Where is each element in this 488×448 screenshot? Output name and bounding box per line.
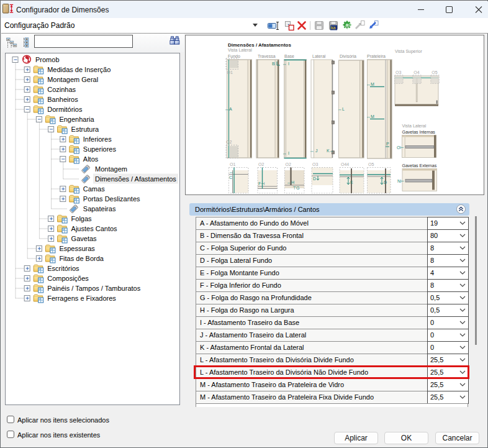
svg-text:Gavetas Internas: Gavetas Internas xyxy=(402,130,436,134)
svg-text:Vista Lateral: Vista Lateral xyxy=(228,48,252,52)
svg-text:O5: O5 xyxy=(368,162,374,167)
svg-text:D: D xyxy=(313,176,316,181)
svg-text:Inferiores: Inferiores xyxy=(83,135,112,143)
svg-text:Medidas de Inserção: Medidas de Inserção xyxy=(47,66,111,73)
svg-text:Portas Deslizantes: Portas Deslizantes xyxy=(83,195,140,203)
svg-text:O5: O5 xyxy=(432,70,437,75)
svg-text:Fitas de Borda: Fitas de Borda xyxy=(59,255,104,262)
svg-text:↔M: ↔M xyxy=(366,114,374,119)
svg-text:↔L: ↔L xyxy=(338,107,345,111)
svg-text:Base: Base xyxy=(284,54,294,58)
svg-text:Folgas: Folgas xyxy=(71,215,93,222)
svg-text:Divisória: Divisória xyxy=(340,54,356,58)
svg-text:Fundo: Fundo xyxy=(228,54,240,58)
svg-text:O2: O2 xyxy=(286,162,291,167)
svg-text:Composições: Composições xyxy=(47,275,89,282)
svg-text:E: E xyxy=(350,180,353,185)
svg-text:Painéis / Tampos / Tamburatos: Painéis / Tampos / Tamburatos xyxy=(47,285,141,292)
svg-text:Vista Superior: Vista Superior xyxy=(395,49,423,54)
svg-text:Cozinhas: Cozinhas xyxy=(47,86,76,93)
svg-text:O2: O2 xyxy=(258,162,264,167)
svg-text:O1: O1 xyxy=(227,70,233,75)
svg-text:↔ J: ↔ J xyxy=(310,149,317,153)
svg-text:↔M: ↔M xyxy=(366,82,374,86)
svg-text:↔A: ↔A xyxy=(225,107,232,111)
svg-text:O⊢: O⊢ xyxy=(397,145,404,150)
svg-text:B: B xyxy=(272,62,275,66)
svg-text:Banheiros: Banheiros xyxy=(47,96,78,103)
svg-text:Lateral: Lateral xyxy=(312,54,326,58)
svg-text:Espessuras: Espessuras xyxy=(59,245,95,252)
svg-text:Gavetas: Gavetas xyxy=(71,235,97,242)
svg-text:O1: O1 xyxy=(230,162,235,167)
svg-text:Engenharia: Engenharia xyxy=(59,116,94,123)
svg-text:Estrutura: Estrutura xyxy=(71,126,100,133)
svg-text:Superiores: Superiores xyxy=(83,145,117,153)
svg-text:Sapateiras: Sapateiras xyxy=(83,205,116,213)
svg-text:Dimensões / Afastamentos: Dimensões / Afastamentos xyxy=(228,42,292,48)
svg-text:O2: O2 xyxy=(226,140,232,144)
svg-text:↔H: ↔H xyxy=(287,180,294,185)
svg-text:Altos: Altos xyxy=(83,155,99,163)
svg-text:↔ I: ↔ I xyxy=(282,62,289,66)
svg-text:O3: O3 xyxy=(312,162,318,167)
svg-text:Vista Lateral: Vista Lateral xyxy=(402,124,427,128)
svg-text:Ajustes Cantos: Ajustes Cantos xyxy=(71,225,117,232)
svg-text:Escritórios: Escritórios xyxy=(47,265,79,272)
svg-text:↔ I: ↔ I xyxy=(282,151,289,155)
svg-text:F⊣: F⊣ xyxy=(258,181,264,186)
svg-text:Travessa: Travessa xyxy=(258,54,276,58)
svg-text:O44: O44 xyxy=(341,162,349,167)
svg-text:C: C xyxy=(229,175,232,180)
svg-text:D: D xyxy=(384,180,387,185)
svg-text:N⊢: N⊢ xyxy=(397,179,404,183)
svg-text:Ferragens e Fixadores: Ferragens e Fixadores xyxy=(47,295,116,302)
svg-text:⊤G: ⊤G xyxy=(292,186,300,190)
svg-text:Montagem: Montagem xyxy=(95,165,127,173)
svg-text:Dormitórios: Dormitórios xyxy=(47,106,83,113)
svg-text:P: P xyxy=(386,142,389,146)
svg-text:Prateleira: Prateleira xyxy=(367,54,386,58)
svg-text:Montagem Geral: Montagem Geral xyxy=(47,76,98,83)
svg-text:ka: ka xyxy=(331,25,336,30)
svg-text:K↔: K↔ xyxy=(327,149,334,153)
svg-text:Promob: Promob xyxy=(35,56,60,63)
svg-text:↔: ↔ xyxy=(229,170,233,174)
svg-text:Camas: Camas xyxy=(83,185,105,193)
svg-text:Dimensões / Afastamentos: Dimensões / Afastamentos xyxy=(95,175,176,183)
svg-text:O3: O3 xyxy=(395,70,401,75)
svg-text:Gavetas Externas: Gavetas Externas xyxy=(402,163,437,168)
svg-text:O4: O4 xyxy=(413,70,419,75)
